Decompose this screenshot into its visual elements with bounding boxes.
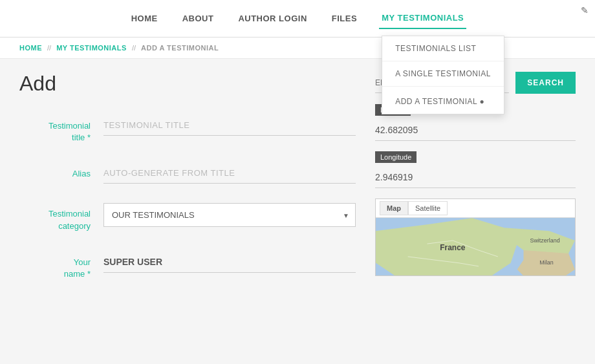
testimonial-title-row: Testimonial title * xyxy=(19,115,356,144)
svg-text:Milan: Milan xyxy=(539,259,553,266)
nav-about[interactable]: ABOUT xyxy=(180,8,217,28)
map-button-map[interactable]: Map xyxy=(380,201,408,215)
svg-text:France: France xyxy=(440,243,465,252)
testimonials-dropdown: TESTIMONIALS LIST A SINGLE TESTIMONIAL A… xyxy=(382,36,504,114)
breadcrumb-sep-2: // xyxy=(132,44,136,52)
breadcrumb: HOME // MY TESTIMONIALS // ADD A TESTIMO… xyxy=(0,37,595,59)
category-select[interactable]: OUR TESTIMONIALS xyxy=(103,203,356,227)
alias-input[interactable] xyxy=(103,163,356,184)
your-name-label: Your name * xyxy=(19,252,103,280)
alias-row: Alias xyxy=(19,163,356,184)
nav-files[interactable]: FILES xyxy=(329,8,360,28)
map-container: Map Satellite xyxy=(375,198,576,276)
page-title: Add xyxy=(19,72,356,96)
your-name-value: SUPER USER xyxy=(103,252,356,273)
testimonial-title-label: Testimonial title * xyxy=(19,115,103,144)
nav-my-testimonials[interactable]: MY TESTIMONIALS xyxy=(379,8,466,29)
map-button-satellite[interactable]: Satellite xyxy=(408,201,448,215)
main-content: Add Testimonial title * Alias Testimonia… xyxy=(0,59,595,330)
search-button[interactable]: SEARCH xyxy=(515,72,576,94)
alias-label: Alias xyxy=(19,163,103,180)
form-panel: Add Testimonial title * Alias Testimonia… xyxy=(19,72,356,317)
cursor-icon: ● xyxy=(480,97,485,106)
breadcrumb-current: ADD A TESTIMONIAL xyxy=(141,44,219,52)
top-navigation: HOME ABOUT AUTHOR LOGIN FILES MY TESTIMO… xyxy=(0,0,595,37)
testimonial-title-input-wrap xyxy=(103,115,356,136)
longitude-value: 2.946919 xyxy=(375,167,576,188)
longitude-badge: Longitude xyxy=(375,151,416,163)
latitude-value: 42.682095 xyxy=(375,120,576,141)
svg-text:Switzerland: Switzerland xyxy=(530,237,559,244)
nav-home[interactable]: HOME xyxy=(129,8,160,28)
category-row: Testimonial category OUR TESTIMONIALS ▼ xyxy=(19,203,356,231)
your-name-row: Your name * SUPER USER xyxy=(19,252,356,280)
breadcrumb-sep-1: // xyxy=(47,44,51,52)
longitude-section: Longitude 2.946919 xyxy=(375,151,576,188)
alias-input-wrap xyxy=(103,163,356,184)
dropdown-item-list[interactable]: TESTIMONIALS LIST xyxy=(382,36,504,61)
map-visual: France Switzerland Milan xyxy=(376,218,575,276)
your-name-value-wrap: SUPER USER xyxy=(103,252,356,273)
dropdown-item-single[interactable]: A SINGLE TESTIMONIAL xyxy=(382,61,504,87)
nav-author-login[interactable]: AUTHOR LOGIN xyxy=(235,8,309,28)
category-select-wrap: OUR TESTIMONIALS ▼ xyxy=(103,203,356,227)
category-label: Testimonial category xyxy=(19,203,103,231)
breadcrumb-home[interactable]: HOME xyxy=(19,44,42,52)
breadcrumb-my-testimonials[interactable]: MY TESTIMONIALS xyxy=(56,44,127,52)
map-svg: France Switzerland Milan xyxy=(376,218,575,276)
testimonial-title-input[interactable] xyxy=(103,115,356,136)
dropdown-item-add[interactable]: ADD A TESTIMONIAL ● xyxy=(382,87,504,114)
edit-icon[interactable]: ✎ xyxy=(581,5,589,16)
nav-bar: HOME ABOUT AUTHOR LOGIN FILES MY TESTIMO… xyxy=(0,0,595,37)
